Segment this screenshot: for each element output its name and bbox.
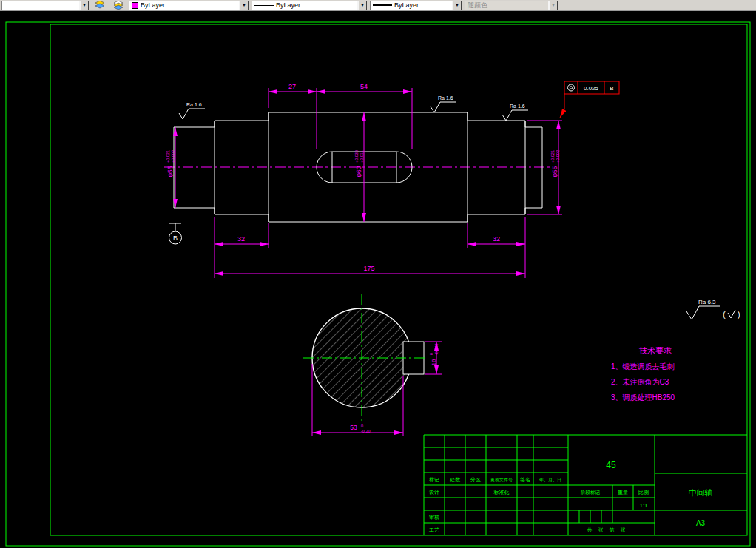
dimension-53[interactable]: 53 0 -0.20 — [312, 424, 403, 433]
svg-text:+0.002: +0.002 — [171, 150, 175, 163]
svg-text:标准化: 标准化 — [493, 490, 510, 495]
datum-symbol-b[interactable]: B — [169, 223, 182, 244]
lineweight-dropdown[interactable]: ByLayer ▼ — [370, 1, 462, 10]
svg-text:(: ( — [723, 310, 726, 319]
linetype-value: ByLayer — [276, 1, 300, 9]
svg-text:16: 16 — [431, 359, 437, 365]
dropdown-arrow-icon[interactable]: ▼ — [240, 1, 249, 10]
paper-border — [6, 22, 750, 546]
svg-text:Ra 1.6: Ra 1.6 — [438, 95, 453, 101]
svg-text:标记: 标记 — [428, 477, 439, 483]
layer-previous-button[interactable] — [110, 0, 126, 10]
svg-text:27: 27 — [288, 83, 296, 90]
svg-text:φ55: φ55 — [551, 166, 558, 177]
svg-text:0: 0 — [361, 424, 363, 428]
svg-text:处数: 处数 — [450, 477, 461, 483]
dimension-dia-mid[interactable]: φ60 +0.030 +0.011 — [354, 112, 365, 222]
concentricity-icon — [568, 84, 575, 91]
svg-text:+0.021: +0.021 — [166, 150, 170, 163]
plot-style-value: 随颜色 — [468, 1, 487, 10]
svg-text:3、调质处理HB250: 3、调质处理HB250 — [611, 393, 675, 402]
scale-value: 1:1 — [639, 502, 648, 509]
drawing-canvas[interactable]: 27 54 φ55 +0.021 +0.002 φ60 +0.030 +0.01… — [0, 11, 756, 548]
svg-text:2、未注倒角为C3: 2、未注倒角为C3 — [611, 378, 669, 386]
svg-text:54: 54 — [360, 83, 368, 90]
dimension-175[interactable]: 175 — [215, 265, 525, 274]
svg-text:0: 0 — [429, 353, 433, 355]
dropdown-arrow-icon[interactable]: ▼ — [453, 1, 462, 10]
roughness-symbol-others[interactable]: Ra 6.3 ( ) — [686, 299, 740, 319]
concentricity-icon — [570, 87, 572, 89]
linetype-sample-icon — [254, 5, 274, 6]
svg-text:阶段标记: 阶段标记 — [581, 490, 601, 495]
svg-text:B: B — [610, 85, 613, 92]
lineweight-sample-icon — [373, 4, 392, 6]
svg-text:Ra 1.6: Ra 1.6 — [186, 102, 202, 107]
svg-text:+0.011: +0.011 — [360, 150, 364, 163]
svg-text:Ra 1.6: Ra 1.6 — [510, 104, 525, 109]
svg-text:53: 53 — [350, 424, 357, 431]
svg-text:审核: 审核 — [429, 515, 439, 521]
dropdown-arrow-icon[interactable]: ▼ — [358, 1, 367, 10]
gdt-frame[interactable]: 0.025 B — [560, 81, 619, 118]
svg-text:Ra 6.3: Ra 6.3 — [698, 299, 716, 305]
svg-text:年、月、日: 年、月、日 — [539, 478, 561, 483]
svg-text:+0.002: +0.002 — [556, 150, 560, 163]
technical-requirements[interactable]: 技术要求 1、锻造调质去毛刺 2、未注倒角为C3 3、调质处理HB250 — [611, 346, 675, 402]
object-properties-toolbar: ▼ ByLayer ▼ ByLayer ▼ — [0, 0, 756, 11]
dimension-16[interactable]: 16 0 -0.043 — [429, 342, 439, 374]
make-object-layer-current-button[interactable] — [92, 0, 107, 10]
svg-text:-0.043: -0.043 — [434, 343, 439, 355]
svg-text:32: 32 — [237, 235, 245, 243]
svg-text:): ) — [738, 310, 740, 319]
color-value: ByLayer — [141, 1, 165, 9]
svg-text:φ55: φ55 — [166, 166, 174, 177]
dropdown-arrow-icon: ▼ — [549, 1, 558, 10]
sheet-size: A3 — [696, 519, 706, 527]
svg-text:技术要求: 技术要求 — [639, 346, 672, 355]
svg-text:1、锻造调质去毛刺: 1、锻造调质去毛刺 — [611, 362, 675, 371]
dropdown-arrow-icon[interactable]: ▼ — [80, 1, 89, 10]
plot-style-dropdown: 随颜色 ▼ — [465, 1, 558, 10]
svg-text:张: 张 — [598, 527, 604, 533]
dimension-54[interactable]: 54 — [317, 83, 412, 92]
dimension-32-left[interactable]: 32 — [215, 235, 269, 244]
part-name: 中间轴 — [689, 488, 713, 497]
layers-icon — [95, 1, 105, 10]
layer-sheets-icon — [113, 1, 124, 10]
svg-text:0.025: 0.025 — [584, 85, 599, 92]
layer-field[interactable] — [1, 1, 80, 10]
svg-text:+0.030: +0.030 — [354, 150, 359, 163]
svg-text:第: 第 — [610, 527, 615, 532]
dimension-dia-right[interactable]: φ55 +0.021 +0.002 — [550, 121, 560, 214]
shaft-section-view[interactable] — [303, 294, 428, 422]
roughness-symbol-right[interactable]: Ra 1.6 — [502, 104, 528, 121]
roughness-basic-icon — [728, 310, 735, 318]
dimension-27[interactable]: 27 — [269, 83, 317, 92]
svg-text:φ60: φ60 — [355, 166, 362, 177]
drawing-viewport[interactable]: 27 54 φ55 +0.021 +0.002 φ60 +0.030 +0.01… — [0, 11, 756, 548]
drawing-frame — [50, 24, 747, 535]
current-color-swatch — [132, 2, 138, 9]
svg-text:比例: 比例 — [638, 490, 649, 495]
dimension-32-right[interactable]: 32 — [468, 235, 525, 244]
svg-text:-0.20: -0.20 — [361, 429, 371, 433]
svg-text:32: 32 — [493, 235, 500, 243]
svg-text:B: B — [173, 234, 178, 242]
svg-text:工艺: 工艺 — [429, 527, 439, 532]
svg-text:签名: 签名 — [520, 477, 530, 483]
svg-text:更改文件号: 更改文件号 — [490, 477, 513, 482]
title-block[interactable]: 标记 处数 分区 更改文件号 签名 年、月、日 设计 标准化 审核 工艺 阶段标… — [424, 435, 747, 535]
material-value: 45 — [606, 460, 616, 470]
roughness-symbol-mid[interactable]: Ra 1.6 — [431, 95, 456, 112]
svg-text:重量: 重量 — [618, 490, 628, 495]
svg-text:共: 共 — [587, 527, 593, 533]
svg-text:分区: 分区 — [470, 477, 481, 482]
gdt-leader — [560, 94, 564, 118]
color-dropdown[interactable]: ByLayer ▼ — [129, 1, 249, 10]
layer-dropdown[interactable]: ▼ — [1, 1, 89, 10]
lineweight-value: ByLayer — [394, 1, 419, 9]
linetype-dropdown[interactable]: ByLayer ▼ — [252, 1, 367, 10]
svg-text:175: 175 — [363, 265, 374, 272]
roughness-symbol-left[interactable]: Ra 1.6 — [179, 102, 205, 119]
